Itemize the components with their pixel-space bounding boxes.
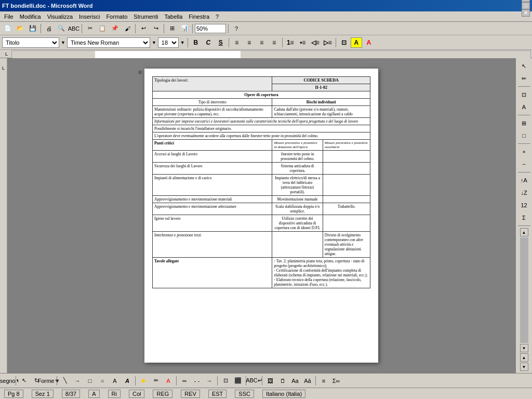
zoom-input[interactable] xyxy=(195,24,226,33)
new-button[interactable]: 📄 xyxy=(2,23,14,34)
sep4 xyxy=(164,24,164,33)
page-marker: ⊞ xyxy=(138,70,142,75)
style-dropdown[interactable]: Titolo xyxy=(2,37,59,48)
text-edit-btn[interactable]: ABC↵ xyxy=(248,376,260,386)
rt-table[interactable]: ⊞ xyxy=(517,117,531,129)
print-button[interactable]: 🖨 xyxy=(43,23,55,34)
btm-sep5 xyxy=(217,376,218,385)
align-justify[interactable]: ≡ xyxy=(269,37,280,48)
undo-button[interactable]: ↩ xyxy=(138,23,149,34)
align-center[interactable]: ≡ xyxy=(244,37,255,48)
italic-button[interactable]: C xyxy=(203,37,214,48)
movimentazione-cell: Movimentazione manuale xyxy=(272,196,323,203)
redo-button[interactable]: ↪ xyxy=(150,23,162,34)
increase-indent[interactable]: ▷≡ xyxy=(322,37,334,48)
arrow-tool[interactable]: → xyxy=(72,376,83,386)
rt-sort-asc[interactable]: ↑A xyxy=(517,175,531,186)
rt-text[interactable]: A xyxy=(517,101,531,113)
select-tool[interactable]: ↖ xyxy=(18,376,30,386)
lines-btn[interactable]: ≡ xyxy=(318,376,329,386)
manutenzioni-cell: Manutenzioni ordinarie: pulizia disposit… xyxy=(153,106,272,118)
menu-finestra[interactable]: Finestra xyxy=(185,12,212,21)
underline-button[interactable]: S xyxy=(215,37,227,48)
finestre-tetto-cell: finestre-tetto poste in prossimità del c… xyxy=(272,151,323,163)
menu-inserisci[interactable]: Inserisci xyxy=(76,12,103,21)
rt-sum[interactable]: Σ xyxy=(517,212,531,223)
shadow-style[interactable]: ⊡ xyxy=(220,376,231,386)
rt-zoom-out[interactable]: − xyxy=(517,158,531,170)
menu-visualizza[interactable]: Visualizza xyxy=(44,12,76,21)
scroll-track[interactable] xyxy=(520,237,528,343)
draw-menu[interactable]: Disegno ▼ xyxy=(2,376,14,386)
format-painter[interactable]: 🖌 xyxy=(122,23,133,34)
menu-modifica[interactable]: Modifica xyxy=(17,12,44,21)
line-style[interactable]: ═ xyxy=(179,376,190,386)
bullets-button[interactable]: •≡ xyxy=(297,37,309,48)
rt-pencil[interactable]: ✏ xyxy=(517,73,531,84)
menu-strumenti[interactable]: Strumenti xyxy=(130,12,161,21)
rt-zoom-in[interactable]: + xyxy=(517,146,531,157)
decrease-indent[interactable]: ◁≡ xyxy=(310,37,321,48)
insert-chart[interactable]: 📊 xyxy=(179,23,190,34)
insert-image[interactable]: 🗒 xyxy=(277,376,288,386)
align-left[interactable]: ≡ xyxy=(231,37,243,48)
cut-button[interactable]: ✂ xyxy=(84,23,96,34)
menu-file[interactable]: File xyxy=(1,12,17,21)
document-area[interactable]: ⊞ Tipologia dei lavori: CODICE SCHEDA II… xyxy=(7,58,515,373)
menu-help[interactable]: ? xyxy=(212,12,222,21)
sep2 xyxy=(82,24,82,33)
rt-border[interactable]: □ xyxy=(517,130,531,141)
spell-button[interactable]: ABC xyxy=(68,23,79,34)
maximize-button[interactable]: □ xyxy=(522,2,530,9)
close-button[interactable]: ✕ xyxy=(522,9,530,17)
font-color-btm[interactable]: A xyxy=(163,376,174,386)
border-button[interactable]: ⊡ xyxy=(338,37,350,48)
menu-formato[interactable]: Formato xyxy=(103,12,130,21)
align-right[interactable]: ≡ xyxy=(256,37,268,48)
rischi-desc-cell: Caduta dall'alto (persone e/o materiali)… xyxy=(272,106,370,118)
save-button[interactable]: 💾 xyxy=(27,23,38,34)
numbering-button[interactable]: 1≡ xyxy=(285,37,296,48)
copy-button[interactable]: 📋 xyxy=(97,23,108,34)
rt-sort-desc[interactable]: ↓Z xyxy=(517,187,531,198)
scroll-up[interactable]: ▲ xyxy=(520,228,528,236)
rt-num[interactable]: 12 xyxy=(517,200,531,211)
open-button[interactable]: 📂 xyxy=(15,23,26,34)
btm-sep8 xyxy=(315,376,316,385)
bold-button[interactable]: B xyxy=(190,37,202,48)
rect-tool[interactable]: □ xyxy=(84,376,96,386)
wordart-tool[interactable]: A xyxy=(122,376,133,386)
scroll-prev-page[interactable]: ▲ xyxy=(520,353,528,362)
aa2-btn[interactable]: Aā xyxy=(302,376,313,386)
paste-button[interactable]: 📌 xyxy=(109,23,121,34)
rt-select[interactable]: ⊡ xyxy=(517,89,531,100)
line-color[interactable]: ✏ xyxy=(150,376,162,386)
special-btn[interactable]: Σ∞ xyxy=(330,376,342,386)
textbox-tool[interactable]: A xyxy=(109,376,121,386)
3d-style[interactable]: ⬛ xyxy=(232,376,244,386)
highlight-button[interactable]: A xyxy=(351,37,362,48)
rt-cursor[interactable]: ↖ xyxy=(517,60,531,72)
left-marker: L xyxy=(2,65,5,71)
divieto-cell: Divieto di svolgimento contemporaneo con… xyxy=(323,232,370,258)
forme-btn[interactable]: Forme ▼ xyxy=(43,376,55,386)
scroll-next-page[interactable]: ▼ xyxy=(520,363,528,371)
ellipse-tool[interactable]: ○ xyxy=(97,376,108,386)
menu-tabella[interactable]: Tabella xyxy=(161,12,185,21)
arrow-style[interactable]: → xyxy=(204,376,215,386)
insert-clipart[interactable]: 🖼 xyxy=(264,376,276,386)
help-button[interactable]: ? xyxy=(231,23,242,34)
insert-table[interactable]: ⊞ xyxy=(166,23,178,34)
font-color[interactable]: A xyxy=(363,37,375,48)
font-dropdown[interactable]: Times New Roman xyxy=(67,37,150,48)
btm-sep1 xyxy=(16,376,16,385)
size-dropdown[interactable]: 18 xyxy=(158,37,179,48)
dash-style[interactable]: - - xyxy=(191,376,203,386)
svg-rect-0 xyxy=(12,51,530,58)
line-tool[interactable]: ╲ xyxy=(59,376,71,386)
aa-btn[interactable]: Aa xyxy=(289,376,301,386)
scroll-down[interactable]: ▼ xyxy=(520,344,528,352)
preview-button[interactable]: 🔍 xyxy=(56,23,67,34)
fill-color[interactable]: ◆ xyxy=(138,376,149,386)
tipo-header: Tipo di intervento xyxy=(153,99,272,106)
